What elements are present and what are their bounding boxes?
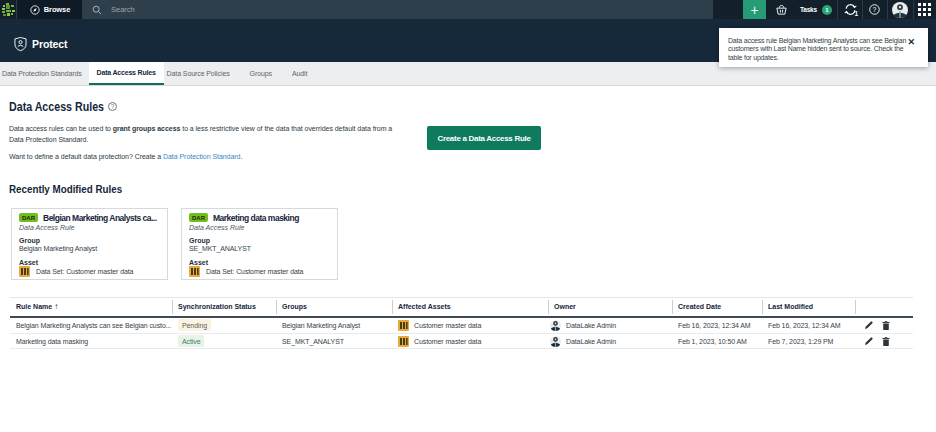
svg-text:?: ?	[873, 6, 877, 13]
